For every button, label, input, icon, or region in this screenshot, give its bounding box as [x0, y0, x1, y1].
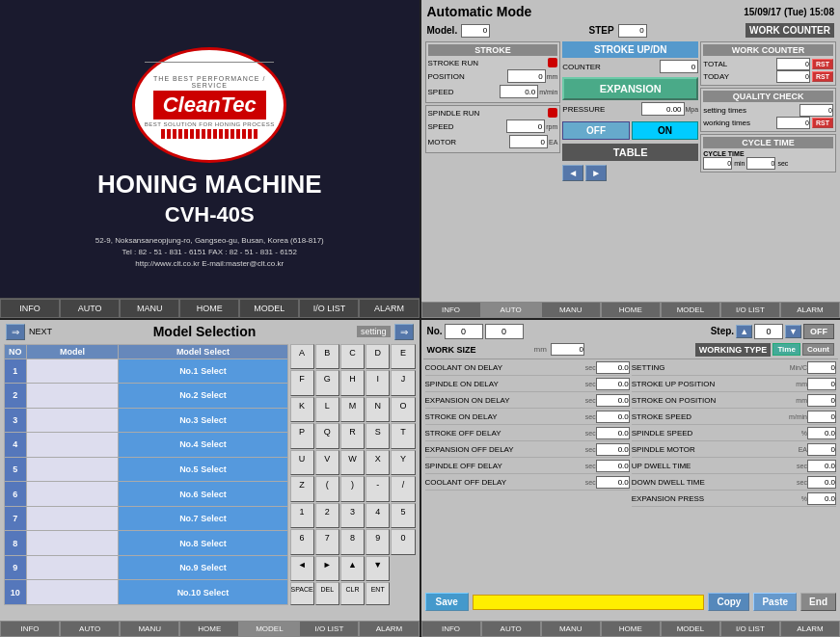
- cycle-sec-input[interactable]: [746, 157, 775, 170]
- q2-nav-iolist[interactable]: I/O LIST: [720, 302, 780, 318]
- speed2-input[interactable]: [506, 119, 545, 133]
- q1-nav-manu[interactable]: MANU: [120, 299, 179, 318]
- table-right-btn[interactable]: ►: [585, 165, 607, 181]
- step-input[interactable]: [618, 24, 647, 38]
- key-7[interactable]: 7: [315, 529, 339, 555]
- key-8[interactable]: 8: [340, 529, 365, 555]
- model-select-btn[interactable]: No.2 Select: [119, 384, 287, 409]
- wt-input[interactable]: [807, 411, 836, 423]
- q3-nav-model[interactable]: MODEL: [239, 621, 299, 637]
- q2-nav-info[interactable]: INFO: [421, 302, 481, 318]
- key-a[interactable]: A: [290, 344, 314, 370]
- counter-input[interactable]: [660, 60, 698, 73]
- work-size-input[interactable]: [551, 343, 584, 356]
- key-l[interactable]: L: [315, 397, 339, 423]
- q1-nav-iolist[interactable]: I/O LIST: [299, 299, 359, 318]
- q1-nav-home[interactable]: HOME: [179, 299, 239, 318]
- speed-input[interactable]: [500, 85, 538, 98]
- key-k[interactable]: K: [290, 397, 314, 423]
- step-value-input[interactable]: [754, 324, 783, 339]
- table-left-btn[interactable]: ◄: [562, 165, 583, 181]
- key-z[interactable]: Z: [290, 476, 314, 502]
- q2-nav-model[interactable]: MODEL: [661, 302, 720, 318]
- pressure-input[interactable]: [641, 102, 685, 116]
- q3-nav-alarm[interactable]: ALARM: [359, 621, 419, 637]
- q1-nav-info[interactable]: INFO: [0, 299, 60, 318]
- key-0[interactable]: 0: [391, 529, 415, 555]
- wt-input[interactable]: [807, 492, 836, 505]
- q2-nav-manu[interactable]: MANU: [541, 302, 601, 318]
- delay-input[interactable]: [596, 460, 630, 472]
- q4-nav-model[interactable]: MODEL: [661, 621, 720, 637]
- q2-nav-home[interactable]: HOME: [601, 302, 661, 318]
- key-w[interactable]: W: [340, 450, 365, 476]
- model-input[interactable]: [461, 24, 490, 38]
- wt-input[interactable]: [807, 378, 836, 390]
- q4-nav-auto[interactable]: AUTO: [481, 621, 541, 637]
- model-select-btn[interactable]: No.4 Select: [119, 433, 287, 458]
- key-j[interactable]: J: [391, 370, 415, 396]
- key-x[interactable]: X: [366, 450, 390, 476]
- delay-input[interactable]: [596, 394, 630, 407]
- total-rst-btn[interactable]: RST: [812, 59, 833, 69]
- q3-next-arrow-left[interactable]: ⇒: [6, 324, 25, 340]
- key-ent[interactable]: ENT: [366, 582, 390, 605]
- delay-input[interactable]: [596, 443, 630, 456]
- q3-nav-manu[interactable]: MANU: [120, 621, 179, 637]
- today-rst-btn[interactable]: RST: [812, 71, 833, 82]
- q3-nav-auto[interactable]: AUTO: [60, 621, 120, 637]
- key-9[interactable]: 9: [366, 529, 390, 555]
- q2-nav-auto[interactable]: AUTO: [481, 302, 541, 318]
- key-clr[interactable]: CLR: [340, 582, 365, 605]
- q3-nav-home[interactable]: HOME: [179, 621, 239, 637]
- key-4[interactable]: 4: [366, 503, 390, 529]
- key-space[interactable]: SPACE: [290, 582, 314, 605]
- end-button[interactable]: End: [800, 593, 836, 611]
- key-o[interactable]: O: [391, 397, 415, 423]
- q4-no-input1[interactable]: [445, 324, 483, 339]
- model-select-btn[interactable]: No.8 Select: [119, 531, 287, 556]
- key-x[interactable]: -: [366, 476, 390, 502]
- setting-times-input[interactable]: [799, 104, 833, 117]
- key-x[interactable]: /: [391, 476, 415, 502]
- wt-input[interactable]: [807, 460, 836, 472]
- key-v[interactable]: V: [315, 450, 339, 476]
- key-t[interactable]: T: [391, 423, 415, 449]
- position-input[interactable]: [507, 69, 546, 83]
- key-c[interactable]: C: [340, 344, 365, 370]
- delay-input[interactable]: [596, 411, 630, 423]
- q4-nav-manu[interactable]: MANU: [541, 621, 601, 637]
- save-button[interactable]: Save: [425, 593, 469, 611]
- key-g[interactable]: G: [315, 370, 339, 396]
- key-r[interactable]: R: [340, 423, 365, 449]
- delay-input[interactable]: [596, 361, 630, 374]
- q1-nav-model[interactable]: MODEL: [239, 299, 299, 318]
- motor-input[interactable]: [509, 135, 548, 148]
- key-x[interactable]: (: [315, 476, 339, 502]
- wt-input[interactable]: [807, 476, 836, 489]
- model-select-btn[interactable]: No.6 Select: [119, 482, 287, 507]
- cycle-min-input[interactable]: [703, 157, 732, 170]
- q4-no-input2[interactable]: [485, 324, 524, 339]
- model-select-btn[interactable]: No.9 Select: [119, 555, 287, 580]
- key-x[interactable]: ▲: [340, 556, 365, 582]
- key-i[interactable]: I: [366, 370, 390, 396]
- q3-nav-info[interactable]: INFO: [0, 621, 60, 637]
- key-x[interactable]: ): [340, 476, 365, 502]
- key-x[interactable]: ►: [315, 556, 339, 582]
- model-select-btn[interactable]: No.1 Select: [119, 358, 287, 384]
- step-dn-btn[interactable]: ▼: [785, 325, 801, 338]
- wt-input[interactable]: [807, 427, 836, 439]
- key-2[interactable]: 2: [315, 503, 339, 529]
- key-e[interactable]: E: [391, 344, 415, 370]
- q4-nav-iolist[interactable]: I/O LIST: [720, 621, 780, 637]
- delay-input[interactable]: [596, 476, 630, 489]
- model-select-btn[interactable]: No.7 Select: [119, 506, 287, 531]
- q3-next-arrow-right[interactable]: ⇒: [394, 324, 414, 340]
- step-up-btn[interactable]: ▲: [736, 325, 752, 338]
- wt-input[interactable]: [807, 394, 836, 407]
- on-button[interactable]: ON: [632, 121, 698, 140]
- time-tab[interactable]: Time: [772, 343, 800, 356]
- key-x[interactable]: ▼: [366, 556, 390, 582]
- q1-nav-auto[interactable]: AUTO: [60, 299, 120, 318]
